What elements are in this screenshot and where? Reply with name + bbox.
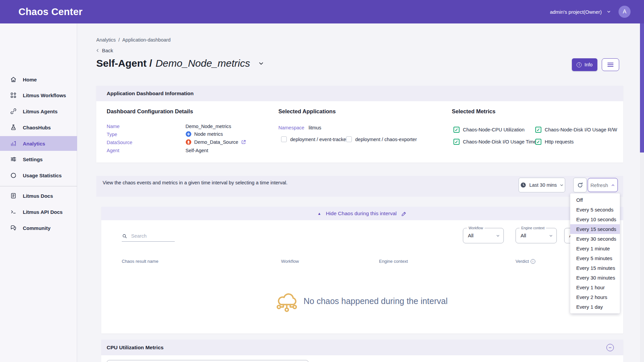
chaos-center-app: Chaos Center admin's project(Owner) A Ho… — [0, 0, 644, 362]
application-checkbox-event-tracker[interactable]: deployment / event-tracker — [281, 136, 348, 142]
sidebar-item-chaoshubs[interactable]: ChaosHubs — [0, 120, 77, 135]
breadcrumb: Analytics / Application-dashboard — [96, 37, 171, 43]
namespace-value: litmus — [309, 125, 321, 130]
verdict-info-icon[interactable]: i — [531, 259, 535, 264]
refresh-option[interactable]: Every 30 seconds — [570, 234, 620, 244]
dashboard-menu-button[interactable] — [602, 58, 619, 71]
dashboard-info-panel: Application Dashboard Information Dashbo… — [96, 86, 623, 163]
search-input[interactable] — [130, 233, 171, 239]
refresh-option[interactable]: Every 1 day — [570, 302, 620, 312]
back-button[interactable]: Back — [96, 48, 113, 53]
checkbox-unchecked-icon — [346, 136, 352, 142]
dashboard-info-header: Application Dashboard Information — [96, 86, 623, 101]
metrics-title: Selected Metrics — [452, 108, 495, 115]
chevron-down-icon — [496, 234, 500, 238]
checkbox-checked-icon: ✓ — [453, 139, 460, 145]
dashboard-select-chevron-icon[interactable] — [258, 60, 264, 67]
sidebar-item-litmus-workflows[interactable]: Litmus Workflows — [0, 88, 77, 103]
config-value-name: Demo_Node_metrics — [185, 124, 231, 129]
workflow-filter-value: All — [468, 233, 474, 238]
info-icon: i — [577, 62, 582, 67]
sidebar-divider — [0, 186, 77, 186]
search-field — [122, 233, 175, 242]
agents-icon — [10, 108, 17, 115]
project-switcher[interactable]: admin's project(Owner) — [550, 9, 611, 15]
sidebar-item-litmus-api-docs[interactable]: Litmus API Docs — [0, 204, 77, 219]
checkbox-unchecked-icon — [281, 136, 287, 142]
refresh-option[interactable]: Every 5 seconds — [570, 205, 620, 215]
chaoshubs-icon — [10, 124, 17, 131]
namespace-label: Namespace — [278, 125, 304, 130]
page-title: Self-Agent / Demo_Node_metrics — [96, 58, 264, 69]
application-checkbox-chaos-exporter[interactable]: deployment / chaos-exporter — [346, 136, 417, 142]
refresh-option[interactable]: Every 1 hour — [570, 283, 620, 292]
chevron-left-icon — [96, 48, 100, 53]
sidebar-item-usage-statistics[interactable]: Usage Statistics — [0, 168, 77, 183]
chevron-down-icon — [549, 234, 553, 238]
column-header-verdict: Verdict i — [516, 259, 535, 264]
sidebar-item-community[interactable]: Community — [0, 221, 77, 235]
agent-name: Self-Agent / — [96, 58, 152, 69]
refresh-option[interactable]: Every 2 hours — [570, 292, 620, 302]
sidebar-item-litmus-docs[interactable]: Litmus Docs — [0, 188, 77, 203]
avatar[interactable]: A — [619, 6, 631, 18]
sidebar-item-home[interactable]: Home — [0, 72, 77, 87]
column-header-workflow: Workflow — [281, 259, 299, 264]
config-label-datasource: DataSource — [107, 140, 132, 145]
interval-bar: View the chaos events and metrics in a g… — [96, 176, 623, 197]
community-icon — [10, 225, 17, 231]
config-label-agent: Agent — [107, 148, 119, 153]
checkbox-checked-icon: ✓ — [535, 139, 541, 145]
workflow-filter[interactable]: Workflow All — [463, 228, 504, 243]
sidebar-item-analytics[interactable]: Analytics — [0, 136, 77, 151]
sidebar-item-settings[interactable]: Settings — [0, 152, 77, 167]
config-value-type: Node metrics — [185, 131, 223, 137]
refresh-option[interactable]: Every 1 minute — [570, 244, 620, 253]
refresh-now-button[interactable] — [573, 178, 587, 192]
chevron-up-icon — [611, 183, 615, 187]
metric-checkbox-disk-io-rw[interactable]: ✓ Chaos-Node-Disk I/O Usage R/W — [535, 127, 617, 133]
config-label-type: Type — [107, 132, 117, 137]
metric-checkbox-http-requests[interactable]: ✓ Http requests — [535, 139, 574, 145]
cloud-network-icon — [274, 289, 299, 316]
refresh-option[interactable]: Every 10 seconds — [570, 215, 620, 224]
config-value-datasource: Demo_Data_Source — [185, 139, 246, 145]
refresh-icon — [577, 182, 584, 189]
cpu-metrics-control[interactable] — [107, 360, 309, 362]
refresh-option-selected[interactable]: Every 15 seconds — [570, 224, 620, 234]
info-button[interactable]: i Info — [572, 58, 597, 71]
refresh-interval-button[interactable]: Refresh — [588, 178, 618, 192]
metric-checkbox-cpu-utilization[interactable]: ✓ Chaos-Node-CPU Utilization — [453, 127, 525, 133]
sidebar: Home Litmus Workflows Litmus Agents Chao… — [0, 23, 77, 362]
time-range-select[interactable]: Last 30 mins — [519, 178, 565, 192]
home-icon — [10, 76, 17, 83]
breadcrumb-analytics[interactable]: Analytics — [96, 37, 116, 43]
search-icon — [122, 233, 127, 239]
refresh-option[interactable]: Off — [570, 195, 620, 205]
configuration-title: Dashboard Configuration Details — [107, 108, 193, 115]
cpu-metrics-title: CPU Utilization Metrics — [107, 345, 164, 351]
engine-context-filter[interactable]: Engine context All — [516, 228, 557, 243]
sidebar-item-litmus-agents[interactable]: Litmus Agents — [0, 104, 77, 119]
metric-checkbox-disk-io-times[interactable]: ✓ Chaos-Node-Disk I/O Usage Times — [453, 139, 539, 145]
refresh-option[interactable]: Every 30 minutes — [570, 273, 620, 283]
config-label-name: Name — [107, 124, 120, 129]
external-link-icon[interactable] — [241, 139, 246, 145]
kubernetes-icon — [185, 131, 192, 137]
cpu-metrics-section-header: CPU Utilization Metrics − — [101, 340, 623, 355]
checkbox-checked-icon: ✓ — [453, 127, 460, 133]
interval-description: View the chaos events and metrics in a g… — [103, 179, 290, 186]
workflow-filter-label: Workflow — [467, 226, 485, 230]
refresh-option[interactable]: Every 5 minutes — [570, 253, 620, 263]
clock-icon — [520, 182, 527, 188]
engine-context-filter-label: Engine context — [520, 226, 546, 230]
checkbox-checked-icon: ✓ — [535, 127, 541, 133]
settings-icon — [10, 156, 17, 163]
collapse-triangle-icon: ▲ — [318, 212, 321, 216]
hide-chaos-toggle[interactable]: ▲ Hide Chaos during this interval — [101, 207, 623, 220]
collapse-minus-icon[interactable]: − — [606, 344, 614, 351]
refresh-option[interactable]: Every 15 minutes — [570, 263, 620, 273]
breadcrumb-application-dashboard[interactable]: Application-dashboard — [122, 37, 170, 43]
scrollbar-thumb[interactable] — [640, 23, 644, 153]
edit-pencil-icon[interactable] — [401, 211, 407, 217]
